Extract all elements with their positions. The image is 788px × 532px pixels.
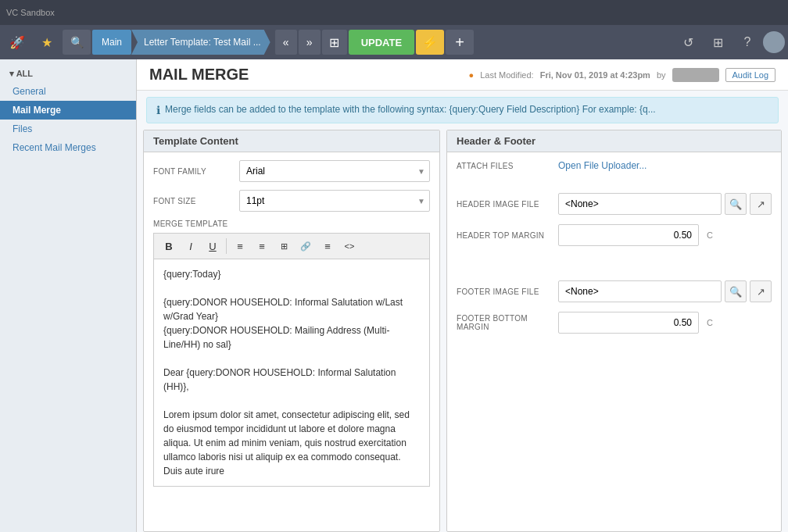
header-top-margin-input[interactable]: [558, 224, 699, 246]
sidebar: ▾ ALL General Mail Merge Files Recent Ma…: [0, 59, 137, 532]
footer-image-file-value: 🔍 ↗: [558, 280, 772, 302]
footer-bottom-margin-value: C: [558, 312, 772, 334]
audit-log-btn[interactable]: Audit Log: [725, 68, 775, 82]
header-footer-panel-title: Header & Footer: [447, 130, 781, 152]
content-area: MAIL MERGE ● Last Modified: Fri, Nov 01,…: [137, 59, 788, 532]
page-meta: ● Last Modified: Fri, Nov 01, 2019 at 4:…: [469, 68, 775, 82]
avatar: [763, 31, 785, 53]
editor-area[interactable]: {query:Today} {query:DONOR HOUSEHOLD: In…: [153, 259, 430, 487]
two-col-content: Template Content FONT FAMILY Arial Times…: [137, 130, 788, 532]
tab-breadcrumb[interactable]: Letter Template: Test Mail ...: [131, 30, 270, 55]
editor-line-4: Lorem ipsum dolor sit amet, consectetur …: [163, 408, 420, 478]
header-footer-panel: Header & Footer ATTACH FILES Open File U…: [446, 130, 782, 532]
font-family-label: FONT FAMILY: [153, 167, 239, 176]
toolbar-bullet-list-btn[interactable]: ≡: [230, 237, 250, 255]
header-top-margin-label: HEADER TOP MARGIN: [457, 231, 558, 240]
apps-btn[interactable]: ⊞: [704, 30, 732, 55]
tab-main[interactable]: Main: [92, 30, 131, 55]
last-modified-label: Last Modified:: [480, 70, 533, 80]
template-content-panel: Template Content FONT FAMILY Arial Times…: [143, 130, 440, 532]
editor-line-2: {query:DONOR HOUSEHOLD: Informal Salutat…: [163, 295, 420, 352]
history-btn[interactable]: ↺: [674, 30, 702, 55]
sidebar-item-general[interactable]: General: [0, 82, 136, 101]
toolbar-divider-1: [226, 238, 227, 254]
rocket-icon-btn[interactable]: 🚀: [3, 30, 31, 55]
sidebar-item-files[interactable]: Files: [0, 120, 136, 138]
header-image-file-value: 🔍 ↗: [558, 193, 772, 215]
toolbar-num-list-btn[interactable]: ≡: [252, 237, 272, 255]
template-content-panel-title: Template Content: [144, 130, 439, 152]
font-size-label: FONT SIZE: [153, 197, 239, 205]
header-image-external-btn[interactable]: ↗: [750, 193, 772, 215]
lightning-btn[interactable]: ⚡: [416, 30, 444, 55]
last-modified-value: Fri, Nov 01, 2019 at 4:23pm: [540, 70, 650, 80]
font-size-control[interactable]: 8pt 9pt 10pt 11pt 12pt 14pt ▼: [239, 190, 430, 212]
nav-bar: 🚀 ★ 🔍 Main Letter Template: Test Mail ..…: [0, 25, 788, 59]
footer-bottom-margin-row: FOOTER BOTTOM MARGIN C: [457, 312, 772, 334]
footer-bottom-margin-label: FOOTER BOTTOM MARGIN: [457, 314, 558, 331]
by-label: by: [657, 70, 666, 80]
editor-line-3: Dear {query:DONOR HOUSEHOLD: Informal Sa…: [163, 366, 420, 394]
top-bar: VC Sandbox: [0, 0, 788, 25]
footer-bottom-margin-input[interactable]: [558, 312, 699, 334]
font-family-control[interactable]: Arial Times New Roman Courier New Verdan…: [239, 160, 430, 182]
header-image-file-input[interactable]: [558, 193, 722, 215]
header-top-margin-unit: C: [702, 230, 718, 240]
header-image-file-row: HEADER IMAGE FILE 🔍 ↗: [457, 193, 772, 215]
header-top-margin-value: C: [558, 224, 772, 246]
nav-prev-btn[interactable]: «: [275, 30, 297, 55]
toolbar-underline-btn[interactable]: U: [202, 237, 223, 255]
sidebar-section-all[interactable]: ▾ ALL: [0, 66, 136, 82]
info-icon: ℹ: [156, 104, 160, 116]
open-file-uploader-link[interactable]: Open File Uploader...: [558, 160, 647, 171]
page-title: MAIL MERGE: [149, 66, 249, 84]
editor-line-1: {query:Today}: [163, 267, 420, 281]
sidebar-item-recent-mail-merges[interactable]: Recent Mail Merges: [0, 138, 136, 157]
font-family-select[interactable]: Arial Times New Roman Courier New Verdan…: [239, 160, 430, 182]
toolbar-italic-btn[interactable]: I: [181, 237, 201, 255]
header-footer-panel-body: ATTACH FILES Open File Uploader... HEADE…: [447, 152, 781, 531]
info-banner: ℹ Merge fields can be added to the templ…: [146, 97, 779, 123]
page-header: MAIL MERGE ● Last Modified: Fri, Nov 01,…: [137, 59, 788, 91]
footer-image-search-btn[interactable]: 🔍: [725, 280, 747, 302]
footer-image-file-input[interactable]: [558, 280, 722, 302]
font-size-row: FONT SIZE 8pt 9pt 10pt 11pt 12pt 14pt ▼: [153, 190, 430, 212]
toolbar-table-btn[interactable]: ⊞: [274, 237, 294, 255]
toolbar-bold-btn[interactable]: B: [159, 237, 179, 255]
header-top-margin-row: HEADER TOP MARGIN C: [457, 224, 772, 246]
toolbar-code-btn[interactable]: <>: [339, 237, 360, 255]
attach-files-row: ATTACH FILES Open File Uploader...: [457, 160, 772, 171]
font-size-select[interactable]: 8pt 9pt 10pt 11pt 12pt 14pt: [239, 190, 430, 212]
attach-files-value: Open File Uploader...: [558, 160, 772, 171]
header-image-file-label: HEADER IMAGE FILE: [457, 200, 558, 209]
search-btn[interactable]: 🔍: [63, 30, 91, 55]
sidebar-item-mail-merge[interactable]: Mail Merge: [0, 101, 136, 120]
app-title: VC Sandbox: [6, 8, 55, 17]
footer-image-external-btn[interactable]: ↗: [750, 280, 772, 302]
toolbar-align-btn[interactable]: ≡: [317, 237, 338, 255]
hf-spacer-1: [457, 180, 772, 193]
add-btn[interactable]: +: [446, 30, 474, 55]
nav-arrows: « »: [275, 30, 321, 55]
hf-spacer-3: [457, 268, 772, 280]
footer-image-file-label: FOOTER IMAGE FILE: [457, 287, 558, 296]
attach-files-label: ATTACH FILES: [457, 162, 558, 170]
toolbar-link-btn[interactable]: 🔗: [296, 237, 316, 255]
footer-bottom-margin-unit: C: [702, 318, 718, 327]
star-icon-btn[interactable]: ★: [33, 30, 61, 55]
editor-wrapper: {query:Today} {query:DONOR HOUSEHOLD: In…: [153, 259, 430, 487]
footer-image-file-row: FOOTER IMAGE FILE 🔍 ↗: [457, 280, 772, 302]
nav-grid-btn[interactable]: ⊞: [322, 30, 347, 55]
template-content-panel-body: FONT FAMILY Arial Times New Roman Courie…: [144, 152, 439, 531]
header-image-search-btn[interactable]: 🔍: [725, 193, 747, 215]
editor-toolbar: B I U ≡ ≡ ⊞ 🔗 ≡ <>: [153, 233, 430, 259]
font-family-row: FONT FAMILY Arial Times New Roman Courie…: [153, 160, 430, 182]
info-banner-text: Merge fields can be added to the templat…: [165, 104, 656, 115]
merge-template-label: MERGE TEMPLATE: [153, 220, 430, 228]
user-placeholder: [672, 68, 719, 82]
update-btn[interactable]: UPDATE: [349, 30, 414, 55]
hf-spacer-2: [457, 255, 772, 268]
help-btn[interactable]: ?: [733, 30, 761, 55]
nav-next-btn[interactable]: »: [299, 30, 321, 55]
main-layout: ▾ ALL General Mail Merge Files Recent Ma…: [0, 59, 788, 532]
